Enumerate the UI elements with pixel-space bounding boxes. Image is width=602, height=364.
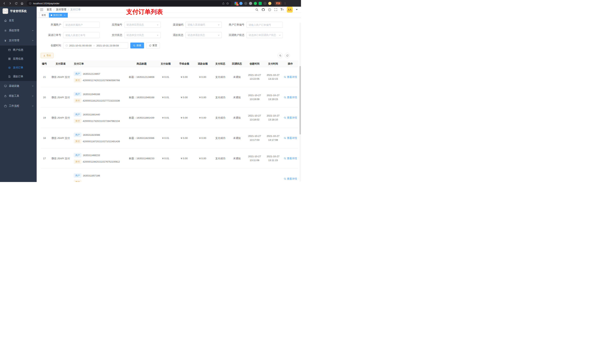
- cell-create-time: 2021-10-2713:11:08: [245, 155, 264, 162]
- cell-notify-status: 未通知: [229, 116, 245, 119]
- sidebar-item-workflow[interactable]: 工作流程: [0, 101, 37, 111]
- header-cell: 支付订单: [73, 62, 127, 65]
- tab-home[interactable]: 首页: [40, 13, 48, 18]
- refund-status-select[interactable]: 请选择退款状态: [185, 32, 222, 38]
- extension-icon[interactable]: [249, 2, 252, 5]
- sidebar-item-label: 研发工具: [9, 94, 32, 98]
- extension-icon[interactable]: [254, 2, 257, 5]
- tab-label: 首页: [42, 14, 46, 17]
- lock-icon: [4, 95, 7, 97]
- extension-icon[interactable]: 10: [235, 2, 238, 5]
- reset-button[interactable]: 重置: [146, 42, 160, 48]
- sidebar-item-merchant-info[interactable]: 商户信息: [0, 45, 37, 54]
- app-no-select[interactable]: 请选择应用信息: [124, 22, 161, 28]
- view-detail-link[interactable]: 查看详情: [284, 96, 297, 99]
- table-row: 19 微信 JSAPI 支付 商户 1635311881440 支付 42000…: [41, 108, 298, 128]
- cell-pay-time: 2021-10-2713:19:15: [264, 94, 282, 101]
- briefcase-icon: [4, 105, 7, 107]
- cell-create-time: 2021-10-2713:22:05: [245, 73, 264, 81]
- extension-icon[interactable]: [239, 2, 243, 5]
- chevron-down-icon: [32, 85, 34, 87]
- refresh-button[interactable]: [285, 53, 290, 58]
- sidebar-item-label: 首页: [9, 19, 34, 22]
- sidebar-item-pay[interactable]: ¥ 支付管理: [0, 35, 37, 45]
- table-row: 商户 1635311857186 支付 查看详情: [41, 169, 298, 182]
- cell-pay-order: 商户 1635311881440 支付 42000011732021102728…: [73, 113, 127, 123]
- tab-pay-order[interactable]: 支付订单 ×: [49, 13, 68, 18]
- view-detail-link[interactable]: 查看详情: [284, 177, 297, 180]
- sidebar-item-label: 应用信息: [13, 57, 34, 61]
- share-icon[interactable]: [222, 2, 225, 5]
- merchant-tag: 商户: [74, 153, 81, 157]
- page-content: 所属商户 应用编号 请选择应用信息 渠道编码 请输入渠道编码 商户订单编号: [37, 18, 301, 182]
- breadcrumb-pay-mgmt[interactable]: 支付管理: [56, 8, 66, 11]
- extension-icon[interactable]: [258, 2, 262, 5]
- url-text[interactable]: localhost:1024/pay/order: [33, 2, 220, 5]
- pay-tag: 支付: [74, 180, 81, 182]
- app-title: 芋道管理系统: [10, 10, 27, 13]
- sidebar-item-dev-tools[interactable]: 研发工具: [0, 91, 37, 101]
- cell-action: 查看详情: [282, 136, 298, 140]
- cell-title: 标题：1635312124656: [127, 75, 156, 79]
- browser-profile-avatar[interactable]: [268, 2, 271, 5]
- extension-icon[interactable]: [244, 2, 247, 5]
- fullscreen-icon[interactable]: [274, 8, 277, 11]
- page-scrollbar[interactable]: [300, 22, 301, 182]
- cell-action: 查看详情: [282, 177, 298, 180]
- user-avatar[interactable]: [287, 7, 293, 13]
- create-time-range-picker[interactable]: 2021-10-01 00:00:00 - 2021-10-31 23:59:5…: [63, 42, 128, 48]
- cell-channel: 微信 JSAPI 支付: [48, 157, 73, 160]
- cell-amount: ¥ 0.01: [156, 96, 175, 99]
- sidebar-item-pay-order[interactable]: 支付订单: [0, 63, 37, 72]
- view-detail-link[interactable]: 查看详情: [284, 157, 297, 160]
- browser-back-button[interactable]: [2, 1, 7, 6]
- sidebar-item-system[interactable]: 系统管理: [0, 26, 37, 35]
- card-icon: [8, 49, 11, 51]
- caret-down-icon[interactable]: [296, 9, 298, 10]
- browser-home-button[interactable]: [20, 1, 24, 6]
- bookmark-star-icon[interactable]: [226, 2, 229, 5]
- merchant-order-no: 1635311468233: [83, 154, 100, 157]
- view-detail-link[interactable]: 查看详情: [284, 116, 297, 119]
- site-info-icon[interactable]: [29, 2, 32, 5]
- browser-forward-button[interactable]: [8, 1, 13, 6]
- extension-icon[interactable]: [263, 2, 267, 5]
- tab-close-icon[interactable]: ×: [63, 14, 66, 16]
- merchant-order-no-input[interactable]: [247, 22, 283, 28]
- search-button[interactable]: 搜索: [130, 42, 144, 48]
- browser-update-button[interactable]: 更新: [274, 1, 282, 6]
- address-bar[interactable]: localhost:1024/pay/order: [27, 1, 231, 6]
- pay-status-select[interactable]: 请选择支付状态: [124, 32, 161, 38]
- date-end: 2021-10-31 23:59:59: [97, 44, 119, 47]
- browser-menu-icon[interactable]: ⋮: [284, 2, 286, 4]
- target-icon: [8, 66, 11, 69]
- export-button[interactable]: 导出: [41, 53, 54, 58]
- help-icon[interactable]: ?: [268, 8, 271, 11]
- merchant-order-no: 1635311823086: [83, 134, 100, 136]
- sidebar-item-refund-order[interactable]: 退款订单: [0, 72, 37, 81]
- cell-pay-status: 支付成功: [212, 157, 229, 160]
- view-detail-link[interactable]: 查看详情: [284, 75, 297, 79]
- sidebar-item-infra[interactable]: 基础设施: [0, 81, 37, 91]
- date-separator: -: [94, 44, 94, 47]
- browser-reload-button[interactable]: [14, 1, 19, 6]
- hamburger-icon[interactable]: [39, 8, 44, 12]
- notify-status-select[interactable]: 请选择订单回调商户状态: [247, 32, 283, 38]
- cell-fee: ¥ 0.00: [175, 157, 194, 160]
- merchant-order-no: 1635311881440: [83, 113, 100, 116]
- github-icon[interactable]: [262, 8, 265, 11]
- sidebar-item-app-info[interactable]: 应用信息: [0, 54, 37, 63]
- merchant-filter-input[interactable]: [63, 22, 100, 28]
- cell-pay-order: 商户 1635311949168 支付 42000011812021102777…: [73, 92, 127, 103]
- filter-label: 渠道订单号: [41, 33, 63, 37]
- sidebar-item-home[interactable]: 首页: [0, 16, 37, 26]
- breadcrumb-home[interactable]: 首页: [47, 8, 52, 11]
- channel-code-select[interactable]: 请输入渠道编码: [185, 22, 222, 28]
- toggle-search-button[interactable]: [278, 53, 283, 58]
- scrollbar-thumb[interactable]: [300, 66, 301, 135]
- search-icon[interactable]: [255, 8, 258, 11]
- channel-order-no-input[interactable]: [63, 32, 100, 38]
- font-size-icon[interactable]: TT: [280, 8, 284, 11]
- view-detail-link[interactable]: 查看详情: [284, 136, 297, 140]
- header-cell: 退款金额: [194, 62, 212, 65]
